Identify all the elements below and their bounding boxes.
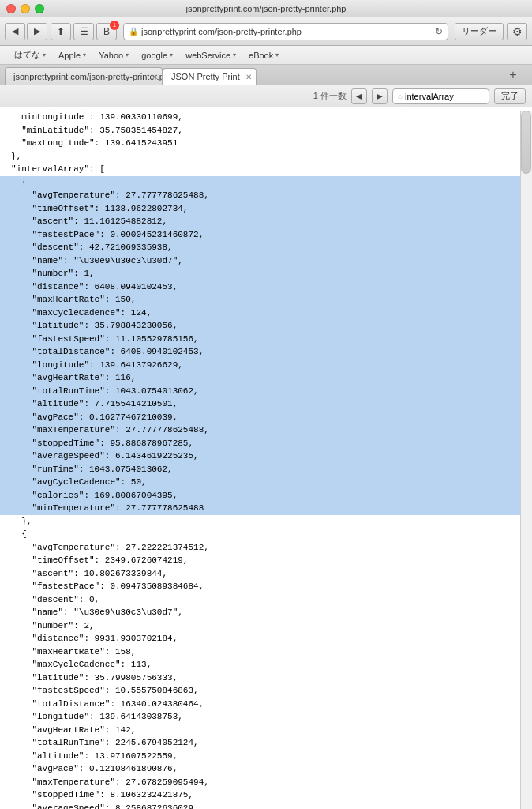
find-done-button[interactable]: 完了: [494, 88, 526, 104]
settings-button[interactable]: ⚙: [507, 23, 527, 40]
bookmark-ebook[interactable]: eBook ▾: [242, 49, 285, 62]
find-input-wrap: ⌕: [392, 88, 489, 104]
bookmark-button[interactable]: B 1: [96, 23, 117, 40]
json-line: "maxCycleCadence": 113,: [11, 658, 524, 672]
json-line: {: [11, 528, 524, 541]
json-content-area: minLongitude : 139.00330110699, "minLati…: [0, 107, 532, 809]
find-prev-button[interactable]: ◀: [351, 88, 367, 104]
tab-label: jsonprettyprint.com/json-pretty-printer.…: [13, 72, 163, 81]
json-line: "name": "\u30e9\u30c3\u30d7",: [11, 606, 524, 619]
close-tab-icon[interactable]: ✕: [152, 72, 158, 81]
window-controls: [6, 4, 44, 13]
json-line: "fastestSpeed": 10.555750846863,: [11, 684, 524, 698]
json-line: "latitude": 35.799805756333,: [11, 672, 524, 685]
find-count: 1 件一数: [313, 90, 347, 102]
maximize-button[interactable]: [35, 4, 44, 13]
bookmark-yahoo-label: Yahoo: [99, 51, 123, 60]
search-icon: ⌕: [398, 92, 403, 100]
find-input[interactable]: [405, 92, 484, 101]
json-line: "fastestPace": 0.094735089384684,: [11, 580, 524, 593]
bookmark-webservice-label: webService: [185, 51, 230, 60]
tab-bar: jsonprettyprint.com/json-pretty-printer.…: [0, 65, 532, 85]
json-line: "altitude": 13.971607522559,: [11, 750, 524, 763]
bookmark-yahoo[interactable]: Yahoo ▾: [92, 49, 135, 62]
back-button[interactable]: ◀: [5, 23, 25, 40]
reload-button[interactable]: ↻: [435, 26, 443, 37]
tab-json-pretty-print[interactable]: JSON Pretty Print ✕: [163, 68, 257, 85]
find-next-button[interactable]: ▶: [372, 88, 388, 104]
bookmark-google[interactable]: google ▾: [135, 49, 179, 62]
nav-buttons: ◀ ▶: [5, 23, 47, 40]
chevron-down-icon: ▾: [43, 51, 46, 58]
json-line: "ascent": 10.802673339844,: [11, 567, 524, 581]
tab-jsonprettyprint[interactable]: jsonprettyprint.com/json-pretty-printer.…: [5, 67, 163, 85]
title-bar: jsonprettyprint.com/json-pretty-printer.…: [0, 0, 532, 17]
json-line: "descent": 0,: [11, 593, 524, 607]
toolbar-icons: ⬆ ☰ B 1: [51, 23, 117, 40]
bookmark-ebook-label: eBook: [249, 51, 273, 60]
json-line: "avgPace": 0.12108461890876,: [11, 762, 524, 776]
json-line: "number": 2,: [11, 619, 524, 633]
interval-array-key: "intervalArray": [: [11, 163, 524, 176]
share-button[interactable]: ⬆: [51, 23, 71, 40]
chevron-down-icon: ▾: [126, 51, 129, 58]
json-line: "avgHeartRate": 142,: [11, 724, 524, 737]
json-line: minLongitude : 139.00330110699,: [11, 111, 524, 124]
bookmark-hatena[interactable]: はてな ▾: [8, 47, 52, 62]
chevron-down-icon: ▾: [233, 51, 236, 58]
json-line: "stoppedTime": 8.1063232421875,: [11, 788, 524, 802]
minimize-button[interactable]: [21, 4, 30, 13]
chevron-down-icon: ▾: [83, 51, 86, 58]
json-line: "maxLongitude": 139.6415243951: [11, 137, 524, 150]
json-line: },: [11, 515, 524, 529]
json-line: "averageSpeed": 8.2586872636029,: [11, 802, 524, 810]
scrollbar-thumb[interactable]: [521, 111, 531, 174]
bookmark-hatena-label: はてな: [14, 49, 40, 61]
close-tab-icon[interactable]: ✕: [245, 73, 252, 81]
json-line: "distance": 9931.9303702184,: [11, 632, 524, 645]
toolbar: ◀ ▶ ⬆ ☰ B 1 🔒 jsonprettyprint.com/json-p…: [0, 17, 532, 46]
find-bar: 1 件一数 ◀ ▶ ⌕ 完了: [0, 85, 532, 107]
bookmark-apple-label: Apple: [58, 51, 81, 60]
history-button[interactable]: ☰: [73, 23, 94, 40]
chevron-down-icon: ▾: [170, 51, 173, 58]
tab-label: JSON Pretty Print: [171, 72, 240, 81]
json-line: "timeOffset": 2349.6726074219,: [11, 554, 524, 567]
json-line: },: [11, 150, 524, 164]
bookmark-badge: 1: [110, 21, 119, 30]
json-line: "totalDistance": 16340.024380464,: [11, 698, 524, 711]
bookmark-google-label: google: [141, 51, 167, 60]
scrollbar-track: [520, 111, 532, 809]
json-line: "minLatitude": 35.758351454827,: [11, 124, 524, 137]
bookmark-webservice[interactable]: webService ▾: [179, 49, 242, 62]
json-line: "totalRunTime": 2245.6794052124,: [11, 736, 524, 750]
json-line: "maxHeartRate": 158,: [11, 645, 524, 659]
reader-button[interactable]: リーダー: [455, 23, 504, 40]
json-line: "longitude": 139.64143038753,: [11, 710, 524, 724]
bookmarks-bar: はてな ▾ Apple ▾ Yahoo ▾ google ▾ webServic…: [0, 46, 532, 65]
browser-window: jsonprettyprint.com/json-pretty-printer.…: [0, 0, 532, 809]
bookmark-apple[interactable]: Apple ▾: [52, 49, 92, 62]
forward-button[interactable]: ▶: [27, 23, 47, 40]
window-title: jsonprettyprint.com/json-pretty-printer.…: [186, 4, 347, 13]
lock-icon: 🔒: [129, 27, 138, 36]
close-button[interactable]: [6, 4, 16, 13]
address-text: jsonprettyprint.com/json-pretty-printer.…: [141, 27, 432, 36]
json-line: "maxTemperature": 27.678259095494,: [11, 776, 524, 789]
address-bar[interactable]: 🔒 jsonprettyprint.com/json-pretty-printe…: [123, 23, 448, 40]
highlighted-json-block: { "avgTemperature": 27.777778625488, "ti…: [0, 176, 532, 515]
json-line: "avgTemperature": 27.222221374512,: [11, 541, 524, 555]
new-tab-button[interactable]: +: [507, 69, 519, 81]
chevron-down-icon: ▾: [275, 51, 279, 58]
